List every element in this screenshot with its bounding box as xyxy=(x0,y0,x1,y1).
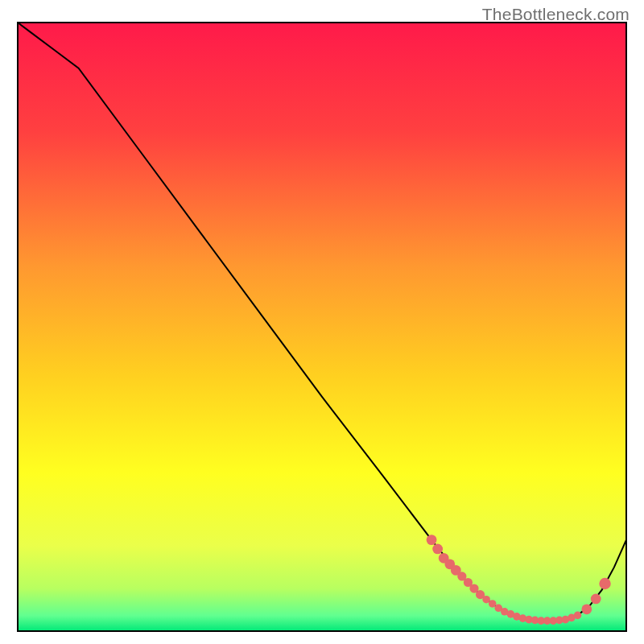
highlight-marker xyxy=(591,594,601,605)
highlight-marker xyxy=(432,544,443,555)
highlight-marker xyxy=(599,578,610,589)
chart-background xyxy=(18,23,626,631)
chart-container: TheBottleneck.com xyxy=(0,0,644,644)
highlight-marker xyxy=(574,612,582,620)
bottleneck-chart xyxy=(0,0,644,644)
highlight-marker xyxy=(427,535,437,545)
highlight-marker xyxy=(581,604,592,614)
